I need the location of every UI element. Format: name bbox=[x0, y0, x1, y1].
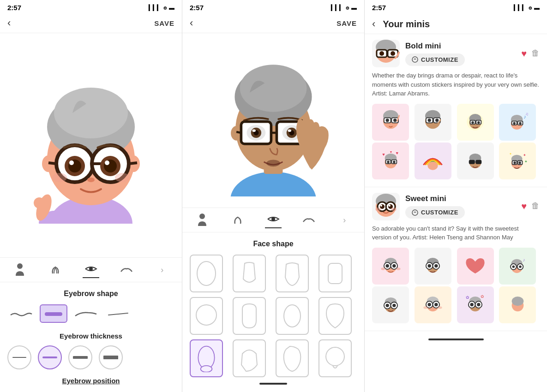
battery-icon-1: ▬ bbox=[169, 5, 174, 11]
sweet-sticker-2[interactable] bbox=[415, 248, 451, 285]
bold-sticker-grid-2: ♥♥♥ bbox=[372, 143, 540, 179]
svg-point-147 bbox=[428, 264, 431, 267]
eyebrow-position-title[interactable]: Eyebrow position bbox=[7, 377, 174, 385]
thickness-title: Eyebrow thickness bbox=[7, 332, 174, 340]
face-opt-4[interactable] bbox=[319, 255, 352, 292]
svg-point-24 bbox=[17, 263, 23, 269]
svg-point-58 bbox=[284, 305, 301, 327]
face-opt-9[interactable] bbox=[190, 339, 223, 377]
wifi-icon-1: ⌾ bbox=[163, 5, 167, 11]
sweet-mini-heart[interactable]: ♥ bbox=[521, 201, 527, 212]
bold-mini-desc: Whether the day brings drama or despair,… bbox=[372, 71, 540, 98]
signal-icon-3: ▎▎▎ bbox=[514, 5, 526, 11]
svg-point-174 bbox=[470, 303, 474, 306]
tool-arrow-2[interactable]: › bbox=[336, 212, 353, 228]
face-opt-11[interactable] bbox=[276, 339, 309, 377]
bold-sticker-1[interactable] bbox=[372, 104, 409, 141]
your-minis-back-button[interactable]: ‹ bbox=[372, 18, 375, 30]
back-button-1[interactable]: ‹ bbox=[7, 17, 11, 29]
back-button-2[interactable]: ‹ bbox=[190, 17, 193, 29]
face-opt-2[interactable] bbox=[233, 255, 266, 292]
bold-sticker-2[interactable] bbox=[415, 104, 451, 141]
tool-hair-1[interactable] bbox=[47, 261, 64, 278]
sweet-sticker-3[interactable] bbox=[457, 248, 494, 285]
svg-rect-56 bbox=[328, 263, 342, 284]
sweet-sticker-grid-2: ✿✿ bbox=[372, 286, 540, 323]
face-opt-8[interactable] bbox=[319, 297, 352, 335]
tool-hair-2[interactable] bbox=[229, 212, 246, 228]
bold-sticker-8[interactable]: ✦✦✦ bbox=[499, 143, 536, 179]
save-button-2[interactable]: SAVE bbox=[337, 19, 357, 27]
svg-point-17 bbox=[105, 160, 109, 165]
panel-2: 2:57 ▎▎▎ ⌾ ▬ ‹ SAVE bbox=[182, 0, 365, 392]
face-opt-10[interactable] bbox=[233, 339, 266, 377]
svg-text:✦: ✦ bbox=[509, 152, 512, 156]
sweet-sticker-1[interactable] bbox=[372, 248, 409, 285]
tool-body-2[interactable] bbox=[194, 212, 210, 228]
eyebrow-opt-3[interactable] bbox=[72, 304, 100, 323]
svg-point-169 bbox=[438, 306, 442, 309]
sweet-sticker-4[interactable]: ♪ bbox=[499, 248, 536, 285]
bold-sticker-grid: ♪♫ bbox=[372, 104, 540, 141]
bold-mini-info: Bold mini CUSTOMIZE bbox=[405, 42, 517, 66]
bold-sticker-7[interactable] bbox=[457, 143, 494, 179]
signal-icon-2: ▎▎▎ bbox=[331, 5, 343, 11]
eyebrow-opt-4[interactable] bbox=[104, 304, 132, 323]
tool-eyebrow-1[interactable] bbox=[118, 261, 135, 278]
face-opt-6[interactable] bbox=[233, 297, 266, 335]
svg-point-32 bbox=[230, 172, 316, 196]
face-shape-grid bbox=[190, 255, 357, 377]
svg-point-18 bbox=[87, 178, 95, 182]
status-icons-1: ▎▎▎ ⌾ ▬ bbox=[149, 5, 174, 11]
sweet-sticker-5[interactable] bbox=[372, 286, 409, 323]
bold-sticker-5[interactable]: ♥♥♥ bbox=[372, 143, 409, 179]
eyebrow-shape-title: Eyebrow shape bbox=[7, 290, 174, 298]
face-opt-12[interactable] bbox=[319, 339, 352, 377]
sweet-sticker-7[interactable]: ✿✿ bbox=[457, 286, 494, 323]
face-opt-7[interactable] bbox=[276, 297, 309, 335]
tool-eye-2[interactable] bbox=[265, 212, 282, 228]
time-2: 2:57 bbox=[190, 4, 204, 12]
thickness-opt-3[interactable] bbox=[68, 345, 92, 369]
svg-point-118 bbox=[513, 161, 516, 164]
svg-point-54 bbox=[271, 217, 275, 221]
svg-point-90 bbox=[477, 121, 480, 124]
sweet-mini-name: Sweet mini bbox=[405, 194, 517, 203]
svg-point-95 bbox=[513, 122, 516, 125]
face-opt-3[interactable] bbox=[276, 255, 309, 292]
thickness-options bbox=[7, 345, 174, 369]
save-button-1[interactable]: SAVE bbox=[154, 19, 174, 27]
home-indicator bbox=[428, 339, 484, 340]
svg-point-81 bbox=[428, 119, 431, 122]
tool-arrow-1[interactable]: › bbox=[154, 261, 170, 278]
eyebrow-opt-1[interactable] bbox=[7, 304, 35, 323]
svg-point-148 bbox=[434, 264, 438, 267]
tool-eyebrow-2[interactable] bbox=[301, 212, 317, 228]
bold-sticker-6[interactable] bbox=[415, 143, 451, 179]
svg-text:✿: ✿ bbox=[481, 294, 484, 299]
bold-mini-heart[interactable]: ♥ bbox=[521, 48, 527, 59]
bold-sticker-3[interactable] bbox=[457, 104, 494, 141]
sweet-sticker-6[interactable] bbox=[415, 286, 451, 323]
eyebrow-opt-2[interactable] bbox=[40, 304, 67, 323]
tool-body-1[interactable] bbox=[12, 261, 28, 278]
sweet-customize-button[interactable]: CUSTOMIZE bbox=[405, 206, 465, 219]
bold-mini-trash[interactable]: 🗑 bbox=[531, 48, 540, 58]
bold-sticker-4[interactable]: ♪♫ bbox=[499, 104, 536, 141]
svg-point-96 bbox=[519, 122, 522, 125]
wifi-icon-3: ⌾ bbox=[529, 5, 532, 11]
face-opt-5[interactable] bbox=[190, 297, 223, 335]
status-bar-1: 2:57 ▎▎▎ ⌾ ▬ bbox=[0, 0, 182, 13]
thickness-opt-2[interactable] bbox=[38, 345, 62, 369]
svg-point-67 bbox=[379, 51, 384, 56]
sweet-mini-trash[interactable]: 🗑 bbox=[531, 201, 540, 211]
sweet-mini-card: Sweet mini CUSTOMIZE ♥ 🗑 So adorable you… bbox=[365, 187, 547, 331]
thickness-opt-4[interactable] bbox=[99, 345, 123, 369]
thickness-opt-1[interactable] bbox=[7, 345, 31, 369]
face-opt-1[interactable] bbox=[190, 255, 223, 292]
bold-customize-button[interactable]: CUSTOMIZE bbox=[405, 53, 465, 66]
battery-icon-3: ▬ bbox=[534, 5, 540, 11]
tool-eye-1[interactable] bbox=[83, 261, 99, 278]
sweet-sticker-8[interactable] bbox=[499, 286, 536, 323]
svg-point-131 bbox=[389, 205, 391, 207]
